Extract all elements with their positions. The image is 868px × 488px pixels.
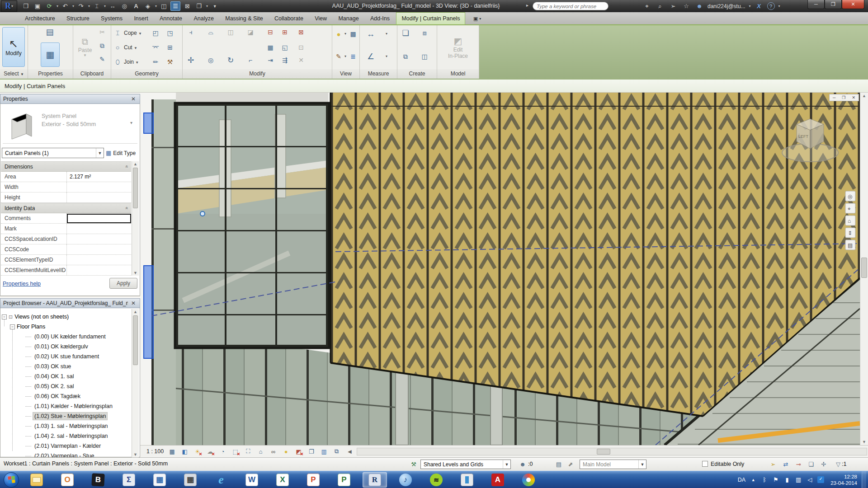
filter-icon[interactable]: ▽ — [834, 460, 843, 469]
restore-button[interactable]: ❐ — [825, 0, 842, 9]
view-minimize-icon[interactable]: ─ — [833, 95, 835, 100]
view-horizontal-scrollbar[interactable] — [357, 448, 867, 455]
move-icon[interactable]: ✢ — [185, 55, 196, 65]
tab-modify-curtain-panels[interactable]: Modify | Curtain Panels — [396, 12, 465, 24]
view-vertical-scrollbar[interactable]: ▲ ▼ — [860, 93, 868, 445]
preview-expand-icon[interactable]: ▾ — [130, 120, 132, 125]
paste-button[interactable]: ⧉ Paste ▼ — [76, 27, 94, 67]
array-icon[interactable]: ▦ — [265, 42, 276, 52]
collapse-icon[interactable]: − — [2, 314, 7, 319]
show-crop-region-icon[interactable]: ⛶ — [244, 447, 252, 456]
select-underlay-icon[interactable]: ⇄ — [781, 460, 790, 469]
panel-view-label[interactable]: View — [332, 69, 359, 79]
panel-geometry-label[interactable]: Geometry — [111, 69, 182, 79]
browser-scrollbar[interactable]: ▲ ▼ — [132, 309, 139, 457]
redo-dropdown-icon[interactable]: ▾ — [88, 4, 90, 8]
crop-view-icon[interactable]: ⬚✕ — [231, 447, 240, 456]
property-row-ccsspacelocationid[interactable]: CCSSpaceLocationID — [1, 234, 131, 244]
thin-lines-icon[interactable]: ☰ — [170, 1, 180, 11]
favorites-star-icon[interactable]: ☆ — [681, 1, 691, 11]
taskbar-windows-explorer[interactable] — [24, 472, 49, 488]
customize-qat-icon[interactable]: ▼ — [210, 1, 220, 11]
section-identity-data[interactable]: Identity Data« — [1, 203, 131, 213]
select-by-face-icon[interactable]: ❏ — [807, 460, 816, 469]
threed-dropdown-icon[interactable]: ▾ — [155, 4, 157, 8]
property-row-height[interactable]: Height — [1, 192, 131, 203]
tab-manage[interactable]: Manage — [333, 13, 363, 25]
search-input[interactable] — [533, 2, 609, 10]
editing-requests-icon[interactable]: ☻ — [518, 460, 527, 469]
cope-icon[interactable]: ⌶ — [112, 28, 123, 38]
tree-item[interactable]: (2.02) Varmeplan - Stue — [25, 451, 95, 457]
minimize-button[interactable]: ─ — [807, 0, 825, 9]
account-label[interactable]: dani224j@stu... — [708, 3, 745, 9]
tab-systems[interactable]: Systems — [96, 13, 127, 25]
exchange-apps-icon[interactable]: X — [754, 1, 764, 11]
tree-item[interactable]: (0.06) OK Tagdæk — [25, 391, 82, 401]
sun-path-icon[interactable]: ☀✕ — [193, 447, 202, 456]
trim-extend-corner-icon[interactable]: ⌐ — [245, 55, 256, 65]
taskbar-b-app[interactable]: B — [86, 472, 110, 488]
project-browser-close-icon[interactable]: ✕ — [130, 300, 137, 306]
taskbar-powerpoint[interactable]: P — [301, 472, 326, 488]
design-option-combo[interactable]: Main Model▼ — [580, 460, 646, 469]
scroll-down-icon[interactable]: ▼ — [860, 440, 868, 444]
copy-icon[interactable]: ◎ — [205, 55, 216, 65]
join-icon[interactable]: ⬯ — [112, 57, 123, 67]
property-row-width[interactable]: Width — [1, 182, 131, 192]
reveal-lightbulb-icon[interactable]: ● — [333, 29, 344, 39]
scroll-up-icon[interactable]: ▲ — [860, 94, 868, 98]
taskbar-calculator-gray[interactable]: ▦ — [178, 472, 203, 488]
scale-button[interactable]: 1 : 100 — [146, 448, 164, 455]
show-hidden-icons[interactable]: ▲ — [750, 478, 757, 482]
join-button[interactable]: Join ▼ — [124, 59, 139, 65]
editable-only-checkbox[interactable] — [702, 461, 708, 467]
panel-model-label[interactable]: Model — [437, 69, 479, 79]
properties-scrollbar[interactable]: ▲ ▼ — [132, 161, 139, 276]
properties-close-icon[interactable]: ✕ — [130, 96, 137, 102]
section-icon[interactable]: ◫ — [159, 1, 169, 11]
properties-palette-button[interactable]: ▦ — [41, 42, 60, 67]
panel-control-dot[interactable] — [200, 211, 205, 216]
tab-collaborate[interactable]: Collaborate — [269, 13, 308, 25]
offset-icon[interactable]: ⌓ — [205, 27, 216, 37]
demolish-hammer-icon[interactable]: ⚒ — [165, 57, 175, 67]
tree-root-views[interactable]: − ⊡ Views (not on sheets) — [2, 312, 69, 322]
tree-item[interactable]: (1.04) 2. sal - Møbleringsplan — [25, 431, 109, 441]
show-desktop-button[interactable] — [862, 471, 866, 488]
clock[interactable]: 12:28 23-04-2014 — [830, 474, 857, 486]
project-browser-header[interactable]: Project Browser - AAU_AUD_Projektforslag… — [0, 298, 140, 308]
filter-count[interactable]: :1 — [842, 461, 846, 467]
tab-insert[interactable]: Insert — [129, 13, 153, 25]
drag-on-selection-icon[interactable]: ✢ — [819, 460, 828, 469]
viewcube-face-label[interactable]: LEFT — [798, 134, 809, 139]
redo-icon[interactable]: ↷ — [76, 1, 86, 11]
view-restore-icon[interactable]: ❐ — [842, 95, 845, 100]
switch-windows-icon[interactable]: ❐ — [194, 1, 204, 11]
volume-icon[interactable]: ◁ — [806, 476, 813, 483]
scroll-up-icon[interactable]: ▲ — [132, 310, 139, 314]
displacement-sets-icon[interactable]: ⧉ — [332, 447, 341, 456]
undo-dropdown-icon[interactable]: ▾ — [72, 4, 74, 8]
battery-icon[interactable]: ▮ — [783, 476, 791, 483]
match-properties-icon[interactable]: ✎ — [97, 54, 108, 64]
scroll-down-icon[interactable]: ▼ — [132, 452, 139, 457]
tab-architecture[interactable]: Architecture — [20, 13, 60, 25]
measure-distance-icon[interactable]: ↔ — [365, 29, 376, 39]
taskbar-paint[interactable] — [516, 472, 541, 488]
navigation-bar[interactable]: ◎ ⌖ ⌂ ⇕ ▤ — [845, 191, 855, 250]
split-face-icon[interactable]: ⌤ — [150, 42, 161, 52]
scroll-down-icon[interactable]: ▼ — [132, 271, 139, 275]
subscription-icon[interactable]: ⌕ — [655, 1, 665, 11]
network-icon[interactable]: ▥ — [795, 476, 802, 483]
type-selector-preview[interactable]: System Panel Exterior - Solid 50mm ▾ — [3, 108, 137, 144]
create-similar-icon[interactable]: ❏ — [400, 28, 411, 38]
tab-view[interactable]: View — [310, 13, 332, 25]
taskbar-word[interactable]: W — [240, 472, 264, 488]
pointer-icon[interactable]: ➢ — [668, 1, 678, 11]
open-icon[interactable]: ❒ — [21, 1, 31, 11]
properties-help-link[interactable]: Properties help — [3, 281, 41, 287]
paint-icon[interactable]: ✏ — [150, 57, 161, 67]
taskbar-itunes[interactable]: ♪ — [393, 472, 418, 488]
default-3d-view-icon[interactable]: ◈ — [143, 1, 153, 11]
